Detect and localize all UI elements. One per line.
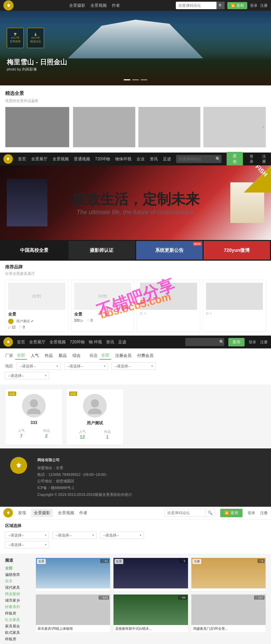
tab-maker-all[interactable]: 全部 [15,352,27,360]
featured-item-2[interactable] [138,107,201,147]
nav3-720[interactable]: 720环物 [70,339,85,345]
brand-card-2[interactable]: [全景] 全景 333 ▷ ♡ 0 [71,280,134,332]
quick-link-cert[interactable]: 摄影师认证 [68,241,135,260]
gallery-item-4[interactable]: ♡820 薛非家具VR线上体验馆 [36,594,110,633]
featured-main-img[interactable] [5,107,69,147]
quick-link-weibo[interactable]: 720yun微博 [204,241,270,260]
nav4-author[interactable]: 作者 [79,510,87,516]
nav2-footprint[interactable]: 足迹 [163,156,171,162]
dot-2[interactable] [132,79,139,80]
nav2-news[interactable]: 资讯 [150,156,158,162]
gallery-item-2[interactable]: 全景 ♡2 [113,558,188,591]
register4-button[interactable]: 注册 [260,510,268,516]
nav2-home[interactable]: 首页 [18,156,26,162]
region4-select-4[interactable]: --请选择-- [5,541,49,548]
nav-panorama-photo[interactable]: 全景摄影 [69,3,85,8]
cat-solid-wood[interactable]: 实木 [5,578,36,584]
brand-card-3[interactable]: ⟩⟩ ☆ [137,280,200,332]
gallery-item-6[interactable]: ♡127 鸿盛家具门店VR全景... [191,594,266,633]
login-button[interactable]: 登录 [250,3,257,8]
publish-button[interactable]: 🔼 发布 [227,2,247,9]
quick-link-update[interactable]: 系统更新公告 NEW [136,241,203,260]
region-select-3[interactable]: --请选择-- [111,362,155,370]
cat-luxury[interactable]: 轻奢系列 [5,604,36,610]
search2-input[interactable] [176,157,213,161]
author-card-2[interactable]: 认证 用户测试 人气 12 作品 1 [66,388,124,445]
brand-card-4[interactable]: ⟩⟩ ☆ [203,280,266,332]
gallery-item-1[interactable]: 全景 ♡12 [36,558,110,591]
cat-european[interactable]: 欧式家具 [5,629,36,636]
dot-1[interactable] [124,79,130,80]
search-input[interactable] [176,3,216,7]
brand-img-2: [全景] [74,283,131,310]
cat-recommend[interactable]: 偏锁推荐 [5,571,36,578]
brand-grid: [全景] 全景 用户测试 ✔ ▷ 12 ♡ 0 [全景] 全景 333 ▷ ♡ … [5,280,266,332]
gallery-item-3[interactable]: 古建 ♡5 [191,558,266,591]
cat-furniture-expo[interactable]: 家具展会 [5,623,36,629]
search3-input[interactable] [185,340,219,344]
nav3-gallery[interactable]: 全景展厅 [29,339,45,345]
region4-select-2[interactable]: --请选择-- [53,531,97,539]
nav4-photo[interactable]: 全景摄影 [31,509,53,517]
nav4-video[interactable]: 全景视频 [58,510,74,516]
cat-model-room[interactable]: 样板房 [5,610,36,617]
tab-maker-popular[interactable]: 人气 [29,352,41,359]
nav-panorama-video[interactable]: 全景视频 [90,3,107,8]
avatar-icon-2 [86,397,103,414]
publish3-button[interactable]: 发布 [228,338,245,346]
tab-maker-combine[interactable]: 综合 [70,352,83,359]
tab-filter-paid[interactable]: 付费会员 [135,352,155,359]
publish2-button[interactable]: 发布 [227,152,243,166]
login3-button[interactable]: 登录 [249,340,256,345]
register3-button[interactable]: 注册 [260,340,268,345]
featured-row: › [5,107,266,147]
featured-item-1[interactable] [73,107,136,147]
sub-select[interactable]: --请选择-- [5,372,49,379]
publish4-button[interactable]: 🔼 发布 [220,509,243,517]
search4-icon[interactable]: 🔍 [205,509,215,517]
nav2-enterprise[interactable]: 企业 [137,156,145,162]
login2-button[interactable]: 登录 [248,154,255,164]
region4-select-3[interactable]: --请选择-- [100,531,144,539]
cat-red-great[interactable]: 红太家具 [5,617,36,623]
region4-select-1[interactable]: --请选择-- [5,531,49,539]
register-button[interactable]: 注册 [260,3,268,8]
tab-maker-works[interactable]: 作品 [43,352,55,359]
search4-input[interactable] [165,511,205,515]
login4-button[interactable]: 登录 [248,510,255,516]
register2-button[interactable]: 注册 [260,154,268,164]
search2-icon[interactable]: 🔍 [213,157,222,161]
cat-modern[interactable]: 现代家具 [5,584,36,591]
nav2-obj[interactable]: 物体环视 [115,156,131,162]
gallery-item-5[interactable]: ♡64 龙推家样新中式白蜡木... [113,594,188,633]
nav3-news[interactable]: 资讯 [106,339,114,345]
nav3-footprint[interactable]: 足迹 [118,339,126,345]
author-card-1[interactable]: 认证 333 人气 7 作品 2 [5,388,63,445]
nav2-nvideo[interactable]: 普通视频 [74,156,90,162]
nav4-discover[interactable]: 发现 [18,510,26,516]
dot-3[interactable] [141,79,147,80]
nav3-home[interactable]: 首页 [17,339,25,345]
tab-filter-reg[interactable]: 注册会员 [113,352,133,359]
nav2-720[interactable]: 720环物 [95,156,110,162]
tab-filter-all[interactable]: 全部 [99,352,111,360]
cat-city[interactable]: 城市家乡 [5,597,36,604]
nav2-pvideo[interactable]: 全景视频 [53,156,69,162]
footer-copyright: Copyright © 2019 2013-2019-2019新版全景系统站长统… [37,491,132,498]
search-button[interactable]: 🔍 [216,2,225,9]
cat-all[interactable]: 全部 [5,565,36,571]
nav-author[interactable]: 作者 [112,3,120,8]
tab-maker-new[interactable]: 新品 [57,352,69,359]
quick-link-campus[interactable]: 中国高校全景 [1,241,67,260]
region-select-1[interactable]: --请选择-- [17,362,61,370]
cat-sample-room[interactable]: 样板房 [5,636,36,642]
cat-commercial[interactable]: 商业案例 [5,591,36,597]
featured-item-3[interactable]: › [203,107,266,147]
region-select-2[interactable]: --请选择-- [64,362,108,370]
nav3-pvideo[interactable]: 全景视频 [49,339,66,345]
search3-icon[interactable]: 🔍 [219,340,224,344]
nav3-obj[interactable]: 物 环视 [89,339,102,345]
brand-card-1[interactable]: [全景] 全景 用户测试 ✔ ▷ 12 ♡ 0 [5,280,68,332]
carousel-dots [124,79,147,80]
nav2-gallery[interactable]: 全景展厅 [31,156,47,162]
